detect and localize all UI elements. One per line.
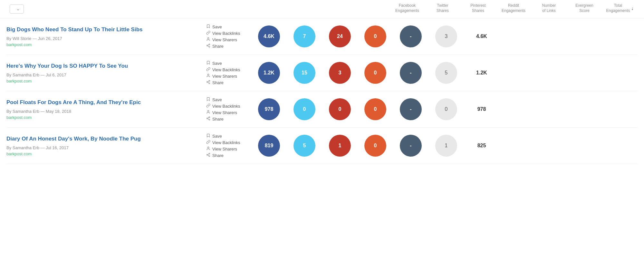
article-metrics: 4.6K7240-34.6K	[251, 25, 499, 47]
article-actions: SaveView BacklinksView SharersShare	[206, 133, 251, 158]
article-actions: SaveView BacklinksView SharersShare	[206, 24, 251, 49]
bubble-facebook: 978	[258, 98, 280, 120]
bubble-links: -	[400, 62, 422, 84]
metric-twitter: 7	[287, 25, 322, 47]
article-domain[interactable]: barkpost.com	[6, 79, 206, 83]
article-actions: SaveView BacklinksView SharersShare	[206, 61, 251, 85]
svg-point-8	[207, 82, 208, 82]
article-metrics: 978000-0978	[251, 98, 499, 120]
article-title[interactable]: Big Dogs Who Need To Stand Up To Their L…	[6, 26, 206, 34]
article-actions: SaveView BacklinksView SharersShare	[206, 97, 251, 121]
bubble-pinterest: 3	[329, 62, 351, 84]
metric-facebook: 1.2K	[251, 62, 287, 84]
svg-point-21	[209, 156, 210, 157]
metric-total: 825	[464, 143, 499, 149]
page-container: ⌄ FacebookEngagements TwitterShares Pint…	[0, 0, 644, 262]
action-view-sharers[interactable]: View Sharers	[206, 110, 251, 115]
svg-point-13	[209, 117, 210, 118]
bubble-twitter: 7	[293, 25, 315, 47]
svg-point-19	[209, 153, 210, 154]
action-view-sharers[interactable]: View Sharers	[206, 73, 251, 79]
bubble-facebook: 4.6K	[258, 25, 280, 47]
metric-facebook: 4.6K	[251, 25, 287, 47]
svg-line-10	[208, 82, 209, 83]
svg-point-9	[209, 83, 210, 84]
action-view-backlinks[interactable]: View Backlinks	[206, 31, 251, 36]
sort-arrow-icon: ↓	[631, 5, 634, 11]
bubble-reddit: 0	[364, 62, 386, 84]
metric-total: 1.2K	[464, 70, 499, 76]
metric-reddit: 0	[358, 25, 393, 47]
action-share[interactable]: Share	[206, 80, 251, 85]
bubble-reddit: 0	[364, 98, 386, 120]
metric-pinterest: 3	[322, 62, 358, 84]
action-view-backlinks[interactable]: View Backlinks	[206, 103, 251, 109]
metric-reddit: 0	[358, 98, 393, 120]
metric-links: -	[393, 25, 428, 47]
svg-point-2	[207, 45, 208, 46]
svg-line-16	[208, 119, 209, 120]
metric-links: -	[393, 135, 428, 157]
bubble-twitter: 15	[293, 62, 315, 84]
action-view-backlinks[interactable]: View Backlinks	[206, 67, 251, 72]
bubble-twitter: 5	[293, 135, 315, 157]
metric-twitter: 0	[287, 98, 322, 120]
column-headers: FacebookEngagements TwitterShares Pinter…	[389, 3, 638, 15]
action-view-backlinks[interactable]: View Backlinks	[206, 140, 251, 145]
table-row: Pool Floats For Dogs Are A Thing, And Th…	[6, 91, 638, 128]
metric-total: 4.6K	[464, 34, 499, 39]
action-save[interactable]: Save	[206, 24, 251, 29]
bubble-links: -	[400, 135, 422, 157]
action-view-sharers[interactable]: View Sharers	[206, 37, 251, 42]
articles-list: Big Dogs Who Need To Stand Up To Their L…	[0, 18, 644, 164]
article-metrics: 819510-1825	[251, 135, 499, 157]
svg-point-3	[209, 46, 210, 47]
bubble-reddit: 0	[364, 135, 386, 157]
action-save[interactable]: Save	[206, 97, 251, 102]
action-share[interactable]: Share	[206, 153, 251, 158]
article-info: Pool Floats For Dogs Are A Thing, And Th…	[6, 99, 206, 120]
svg-line-4	[208, 46, 209, 47]
bubble-evergreen: 5	[435, 62, 457, 84]
metric-pinterest: 0	[322, 98, 358, 120]
action-save[interactable]: Save	[206, 133, 251, 139]
bubble-facebook: 819	[258, 135, 280, 157]
article-domain[interactable]: barkpost.com	[6, 151, 206, 156]
svg-point-15	[209, 119, 210, 120]
total-value: 4.6K	[464, 34, 499, 39]
svg-point-0	[207, 38, 209, 39]
article-meta: By Samantha Erb — Jul 16, 2017	[6, 145, 206, 150]
article-title[interactable]: Diary Of An Honest Day's Work, By Noodle…	[6, 135, 206, 143]
action-share[interactable]: Share	[206, 44, 251, 49]
article-title[interactable]: Here's Why Your Dog Is SO HAPPY To See Y…	[6, 62, 206, 70]
bubble-twitter: 0	[293, 98, 315, 120]
metric-evergreen: 3	[428, 25, 464, 47]
table-row: Big Dogs Who Need To Stand Up To Their L…	[6, 18, 638, 55]
article-title[interactable]: Pool Floats For Dogs Are A Thing, And Th…	[6, 99, 206, 106]
metric-facebook: 819	[251, 135, 287, 157]
svg-point-20	[207, 154, 208, 155]
sort-dropdown[interactable]: ⌄	[10, 5, 24, 14]
bubble-evergreen: 1	[435, 135, 457, 157]
action-save[interactable]: Save	[206, 61, 251, 66]
article-meta: By Samantha Erb — May 18, 2018	[6, 109, 206, 114]
metric-facebook: 978	[251, 98, 287, 120]
action-view-sharers[interactable]: View Sharers	[206, 146, 251, 151]
svg-point-18	[207, 147, 209, 148]
article-domain[interactable]: barkpost.com	[6, 115, 206, 120]
metric-evergreen: 0	[428, 98, 464, 120]
svg-point-6	[207, 74, 209, 75]
metric-links: -	[393, 98, 428, 120]
col-header-reddit: RedditEngagements	[496, 3, 531, 15]
article-meta: By Samantha Erb — Jul 6, 2017	[6, 73, 206, 77]
svg-line-5	[208, 45, 209, 45]
action-share[interactable]: Share	[206, 116, 251, 121]
metric-reddit: 0	[358, 62, 393, 84]
chevron-down-icon: ⌄	[16, 7, 20, 11]
article-metrics: 1.2K1530-51.2K	[251, 62, 499, 84]
col-header-facebook: FacebookEngagements	[389, 3, 425, 15]
total-value: 978	[464, 106, 499, 112]
article-domain[interactable]: barkpost.com	[6, 42, 206, 47]
svg-line-23	[208, 154, 209, 155]
svg-point-7	[209, 80, 210, 81]
